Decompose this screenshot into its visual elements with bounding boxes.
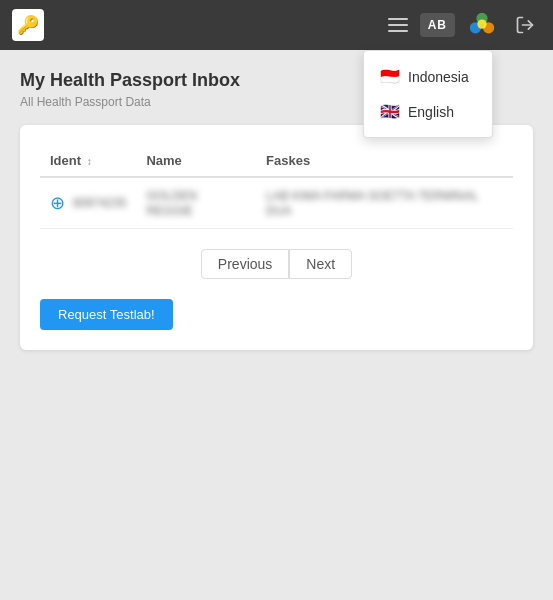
navbar-right: AB [382, 4, 541, 46]
col-header-name: Name [136, 145, 256, 177]
cell-name: GOLDEN REGGIE [136, 177, 256, 229]
hamburger-icon [388, 18, 408, 32]
indonesia-flag-icon: 🇮🇩 [380, 67, 400, 86]
ident-value: 80974235 [73, 196, 126, 210]
request-section: Request Testlab! [40, 299, 513, 330]
sort-arrow-icon: ↕ [87, 156, 92, 167]
hamburger-button[interactable] [382, 12, 414, 38]
english-flag-icon: 🇬🇧 [380, 102, 400, 121]
language-dropdown: 🇮🇩 Indonesia 🇬🇧 English [363, 50, 493, 138]
brand-icon-button[interactable] [461, 4, 503, 46]
svg-point-3 [477, 19, 486, 28]
table-body: ⊕ 80974235 GOLDEN REGGIE LAB KIMA FARMA … [40, 177, 513, 229]
lang-option-indonesia[interactable]: 🇮🇩 Indonesia [364, 59, 492, 94]
lang-button-label: AB [428, 18, 447, 32]
navbar: 🔑 AB [0, 0, 553, 50]
col-ident-label: Ident [50, 153, 81, 168]
previous-button[interactable]: Previous [201, 249, 289, 279]
request-testlab-button[interactable]: Request Testlab! [40, 299, 173, 330]
ident-cell-container: ⊕ 80974235 [50, 192, 126, 214]
flower-icon [467, 10, 497, 40]
logout-icon [515, 15, 535, 35]
language-toggle-button[interactable]: AB [420, 13, 455, 37]
cell-faskes: LAB KIMA FARMA SOETTA TERMINAL DUA [256, 177, 513, 229]
logo-icon: 🔑 [17, 14, 39, 36]
table-header: Ident ↕ Name Faskes [40, 145, 513, 177]
name-value: GOLDEN REGGIE [146, 189, 197, 218]
faskes-value: LAB KIMA FARMA SOETTA TERMINAL DUA [266, 189, 478, 218]
table-row: ⊕ 80974235 GOLDEN REGGIE LAB KIMA FARMA … [40, 177, 513, 229]
health-passport-table: Ident ↕ Name Faskes ⊕ 80974235 [40, 145, 513, 229]
next-button[interactable]: Next [289, 249, 352, 279]
logout-button[interactable] [509, 9, 541, 41]
indonesia-label: Indonesia [408, 69, 469, 85]
english-label: English [408, 104, 454, 120]
app-logo: 🔑 [12, 9, 44, 41]
row-detail-icon[interactable]: ⊕ [50, 192, 65, 214]
navbar-left: 🔑 [12, 9, 44, 41]
content-card: Ident ↕ Name Faskes ⊕ 80974235 [20, 125, 533, 350]
pagination: Previous Next [40, 249, 513, 279]
cell-ident: ⊕ 80974235 [40, 177, 136, 229]
col-header-faskes: Faskes [256, 145, 513, 177]
col-header-ident: Ident ↕ [40, 145, 136, 177]
lang-option-english[interactable]: 🇬🇧 English [364, 94, 492, 129]
